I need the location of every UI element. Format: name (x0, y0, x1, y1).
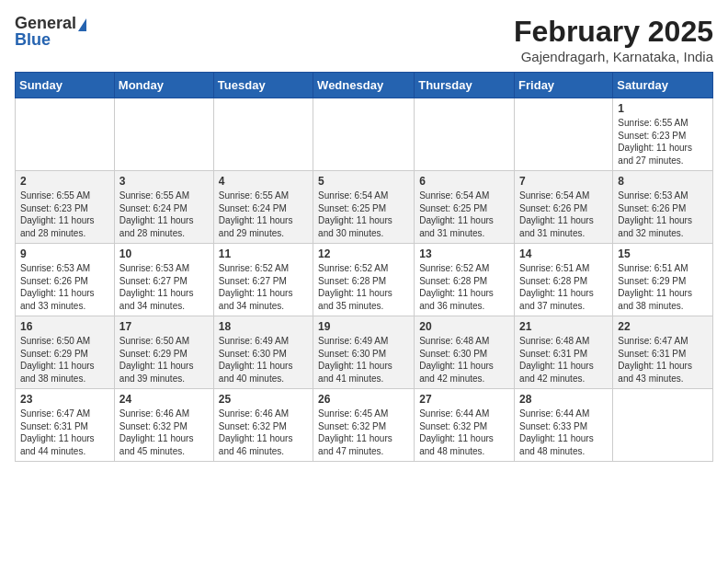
calendar-cell: 1Sunrise: 6:55 AM Sunset: 6:23 PM Daylig… (613, 98, 713, 171)
day-number: 4 (219, 175, 308, 188)
month-title: February 2025 (514, 15, 713, 49)
day-info: Sunrise: 6:48 AM Sunset: 6:31 PM Dayligh… (519, 336, 594, 384)
calendar-cell: 2Sunrise: 6:55 AM Sunset: 6:23 PM Daylig… (16, 171, 115, 244)
day-number: 18 (219, 320, 308, 333)
day-info: Sunrise: 6:51 AM Sunset: 6:29 PM Dayligh… (618, 263, 692, 311)
calendar-cell: 12Sunrise: 6:52 AM Sunset: 6:28 PM Dayli… (313, 244, 415, 316)
day-number: 21 (519, 320, 608, 333)
day-info: Sunrise: 6:55 AM Sunset: 6:24 PM Dayligh… (119, 190, 194, 238)
calendar-cell: 21Sunrise: 6:48 AM Sunset: 6:31 PM Dayli… (515, 316, 613, 389)
calendar-week-1: 1Sunrise: 6:55 AM Sunset: 6:23 PM Daylig… (16, 98, 713, 171)
day-info: Sunrise: 6:47 AM Sunset: 6:31 PM Dayligh… (618, 336, 692, 384)
calendar-cell: 20Sunrise: 6:48 AM Sunset: 6:30 PM Dayli… (415, 316, 515, 389)
logo: General Blue (15, 15, 86, 48)
day-number: 26 (318, 393, 409, 406)
logo-icon (78, 18, 86, 31)
day-info: Sunrise: 6:53 AM Sunset: 6:27 PM Dayligh… (119, 263, 194, 311)
day-number: 23 (20, 393, 109, 406)
day-number: 25 (219, 393, 308, 406)
calendar-cell: 9Sunrise: 6:53 AM Sunset: 6:26 PM Daylig… (16, 244, 115, 316)
calendar-cell: 5Sunrise: 6:54 AM Sunset: 6:25 PM Daylig… (313, 171, 415, 244)
day-info: Sunrise: 6:55 AM Sunset: 6:23 PM Dayligh… (20, 190, 95, 238)
day-info: Sunrise: 6:52 AM Sunset: 6:28 PM Dayligh… (318, 263, 392, 311)
day-number: 17 (119, 320, 209, 333)
calendar-header-row: SundayMondayTuesdayWednesdayThursdayFrid… (16, 73, 713, 98)
weekday-header-sunday: Sunday (16, 73, 115, 98)
day-info: Sunrise: 6:49 AM Sunset: 6:30 PM Dayligh… (318, 336, 392, 384)
calendar-cell (613, 389, 713, 462)
day-info: Sunrise: 6:50 AM Sunset: 6:29 PM Dayligh… (119, 336, 194, 384)
logo-general-text: General (15, 14, 76, 32)
day-number: 15 (618, 247, 708, 260)
day-number: 5 (318, 175, 409, 188)
day-number: 12 (318, 247, 409, 260)
calendar-cell: 4Sunrise: 6:55 AM Sunset: 6:24 PM Daylig… (213, 171, 313, 244)
day-number: 27 (419, 393, 509, 406)
day-number: 7 (519, 175, 608, 188)
day-number: 20 (419, 320, 509, 333)
calendar-cell (114, 98, 213, 171)
day-info: Sunrise: 6:46 AM Sunset: 6:32 PM Dayligh… (119, 408, 194, 456)
day-info: Sunrise: 6:47 AM Sunset: 6:31 PM Dayligh… (20, 408, 95, 456)
location-text: Gajendragarh, Karnataka, India (514, 49, 713, 64)
calendar-cell: 7Sunrise: 6:54 AM Sunset: 6:26 PM Daylig… (515, 171, 613, 244)
calendar-cell: 26Sunrise: 6:45 AM Sunset: 6:32 PM Dayli… (313, 389, 415, 462)
day-info: Sunrise: 6:54 AM Sunset: 6:25 PM Dayligh… (419, 190, 494, 238)
calendar-cell: 24Sunrise: 6:46 AM Sunset: 6:32 PM Dayli… (114, 389, 213, 462)
day-number: 24 (119, 393, 209, 406)
day-info: Sunrise: 6:44 AM Sunset: 6:33 PM Dayligh… (519, 408, 594, 456)
calendar-cell: 13Sunrise: 6:52 AM Sunset: 6:28 PM Dayli… (415, 244, 515, 316)
day-number: 1 (618, 102, 708, 115)
day-number: 28 (519, 393, 608, 406)
day-number: 11 (219, 247, 308, 260)
day-info: Sunrise: 6:45 AM Sunset: 6:32 PM Dayligh… (318, 408, 392, 456)
day-info: Sunrise: 6:48 AM Sunset: 6:30 PM Dayligh… (419, 336, 494, 384)
calendar-cell: 23Sunrise: 6:47 AM Sunset: 6:31 PM Dayli… (16, 389, 115, 462)
calendar-cell: 17Sunrise: 6:50 AM Sunset: 6:29 PM Dayli… (114, 316, 213, 389)
logo-blue-text: Blue (15, 30, 51, 49)
day-info: Sunrise: 6:54 AM Sunset: 6:25 PM Dayligh… (318, 190, 392, 238)
calendar-cell: 16Sunrise: 6:50 AM Sunset: 6:29 PM Dayli… (16, 316, 115, 389)
day-info: Sunrise: 6:53 AM Sunset: 6:26 PM Dayligh… (20, 263, 95, 311)
day-info: Sunrise: 6:52 AM Sunset: 6:28 PM Dayligh… (419, 263, 494, 311)
calendar-cell: 22Sunrise: 6:47 AM Sunset: 6:31 PM Dayli… (613, 316, 713, 389)
calendar-cell (16, 98, 115, 171)
day-info: Sunrise: 6:52 AM Sunset: 6:27 PM Dayligh… (219, 263, 293, 311)
calendar-cell: 14Sunrise: 6:51 AM Sunset: 6:28 PM Dayli… (515, 244, 613, 316)
day-number: 10 (119, 247, 209, 260)
weekday-header-thursday: Thursday (415, 73, 515, 98)
weekday-header-wednesday: Wednesday (313, 73, 415, 98)
day-number: 2 (20, 175, 109, 188)
day-info: Sunrise: 6:55 AM Sunset: 6:23 PM Dayligh… (618, 118, 692, 166)
day-number: 14 (519, 247, 608, 260)
calendar-cell: 27Sunrise: 6:44 AM Sunset: 6:32 PM Dayli… (415, 389, 515, 462)
calendar-cell: 11Sunrise: 6:52 AM Sunset: 6:27 PM Dayli… (213, 244, 313, 316)
calendar-week-5: 23Sunrise: 6:47 AM Sunset: 6:31 PM Dayli… (16, 389, 713, 462)
calendar-cell (313, 98, 415, 171)
calendar-week-2: 2Sunrise: 6:55 AM Sunset: 6:23 PM Daylig… (16, 171, 713, 244)
day-number: 8 (618, 175, 708, 188)
calendar-cell: 3Sunrise: 6:55 AM Sunset: 6:24 PM Daylig… (114, 171, 213, 244)
day-info: Sunrise: 6:51 AM Sunset: 6:28 PM Dayligh… (519, 263, 594, 311)
day-number: 22 (618, 320, 708, 333)
calendar-week-4: 16Sunrise: 6:50 AM Sunset: 6:29 PM Dayli… (16, 316, 713, 389)
weekday-header-friday: Friday (515, 73, 613, 98)
page-header: General Blue February 2025 Gajendragarh,… (15, 15, 713, 64)
day-info: Sunrise: 6:55 AM Sunset: 6:24 PM Dayligh… (219, 190, 293, 238)
title-block: February 2025 Gajendragarh, Karnataka, I… (514, 15, 713, 64)
day-info: Sunrise: 6:46 AM Sunset: 6:32 PM Dayligh… (219, 408, 293, 456)
day-number: 3 (119, 175, 209, 188)
calendar-table: SundayMondayTuesdayWednesdayThursdayFrid… (15, 72, 713, 462)
day-info: Sunrise: 6:49 AM Sunset: 6:30 PM Dayligh… (219, 336, 293, 384)
calendar-cell: 18Sunrise: 6:49 AM Sunset: 6:30 PM Dayli… (213, 316, 313, 389)
day-number: 19 (318, 320, 409, 333)
calendar-cell (213, 98, 313, 171)
day-info: Sunrise: 6:50 AM Sunset: 6:29 PM Dayligh… (20, 336, 95, 384)
calendar-cell (515, 98, 613, 171)
calendar-cell: 19Sunrise: 6:49 AM Sunset: 6:30 PM Dayli… (313, 316, 415, 389)
day-info: Sunrise: 6:53 AM Sunset: 6:26 PM Dayligh… (618, 190, 692, 238)
calendar-cell (415, 98, 515, 171)
calendar-cell: 25Sunrise: 6:46 AM Sunset: 6:32 PM Dayli… (213, 389, 313, 462)
day-number: 13 (419, 247, 509, 260)
day-number: 6 (419, 175, 509, 188)
